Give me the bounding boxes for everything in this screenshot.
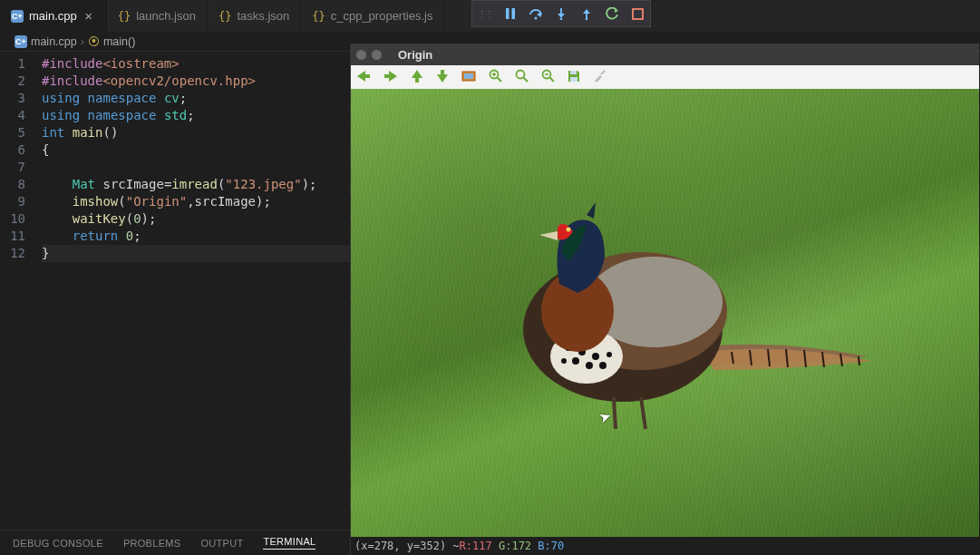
pixel-r-value: R:117 <box>460 540 492 552</box>
tab-main-cpp[interactable]: C+ main.cpp × <box>0 0 107 32</box>
pixel-b-value: B:70 <box>538 540 564 552</box>
image-window: Origin <box>350 44 979 555</box>
svg-marker-18 <box>437 74 448 83</box>
symbol-method-icon: ⦿ <box>88 34 100 48</box>
svg-point-3 <box>535 17 538 20</box>
svg-point-52 <box>561 358 567 364</box>
brush-icon[interactable] <box>593 70 606 85</box>
line-number: 12 <box>0 245 25 262</box>
svg-rect-0 <box>506 8 509 19</box>
svg-point-49 <box>572 357 579 365</box>
panel-tab-terminal[interactable]: TERMINAL <box>263 536 315 550</box>
step-into-icon[interactable] <box>554 6 568 21</box>
line-number-gutter: 1 2 3 4 5 6 7 8 9 10 11 12 <box>0 55 42 530</box>
image-toolbar <box>351 65 979 89</box>
cursor-position: (x=278, y=352) ~ <box>354 540 460 552</box>
svg-marker-14 <box>389 71 397 82</box>
line-number: 10 <box>0 210 25 228</box>
svg-line-41 <box>859 356 859 365</box>
arrow-right-icon[interactable] <box>383 70 398 85</box>
cpp-file-icon: C+ <box>15 35 27 48</box>
svg-line-23 <box>498 78 502 83</box>
svg-point-55 <box>567 228 571 232</box>
tab-label: main.cpp <box>29 9 77 23</box>
svg-rect-31 <box>570 71 577 74</box>
svg-rect-11 <box>633 9 643 19</box>
svg-rect-15 <box>384 74 390 78</box>
line-number: 3 <box>0 90 25 107</box>
line-number: 5 <box>0 124 25 141</box>
tab-cpp-properties[interactable]: {} c_cpp_properties.js <box>301 0 444 32</box>
json-file-icon: {} <box>218 10 231 23</box>
svg-rect-32 <box>570 77 577 82</box>
svg-line-57 <box>641 397 645 429</box>
image-window-title: Origin <box>398 48 432 62</box>
close-icon[interactable]: × <box>82 10 95 23</box>
svg-point-6 <box>560 18 563 20</box>
line-number: 1 <box>0 55 25 73</box>
chevron-right-icon: › <box>81 35 84 48</box>
svg-point-53 <box>606 352 612 357</box>
arrow-down-icon[interactable] <box>436 69 449 86</box>
svg-rect-17 <box>415 77 419 83</box>
svg-rect-13 <box>364 74 370 78</box>
line-number: 11 <box>0 228 25 245</box>
svg-marker-2 <box>537 12 541 17</box>
line-number: 2 <box>0 73 25 90</box>
tab-label: launch.json <box>136 9 196 23</box>
tab-label: c_cpp_properties.js <box>331 9 433 23</box>
breadcrumb-symbol[interactable]: main() <box>103 35 135 48</box>
line-number: 8 <box>0 176 25 193</box>
panel-tab-output[interactable]: OUTPUT <box>200 538 243 549</box>
panel-tab-debug-console[interactable]: DEBUG CONSOLE <box>13 538 103 549</box>
pause-icon[interactable] <box>503 6 518 21</box>
tab-tasks-json[interactable]: {} tasks.json <box>208 0 301 32</box>
line-number: 4 <box>0 107 25 124</box>
zoom-out-icon[interactable] <box>541 69 555 85</box>
zoom-in-icon[interactable] <box>489 69 502 85</box>
close-window-icon[interactable] <box>356 50 366 60</box>
save-icon[interactable] <box>568 70 580 85</box>
line-number: 7 <box>0 159 25 176</box>
image-canvas[interactable]: ➤ <box>351 89 979 537</box>
step-out-icon[interactable] <box>579 6 594 21</box>
svg-marker-8 <box>583 9 590 14</box>
json-file-icon: {} <box>118 10 131 23</box>
restart-icon[interactable] <box>605 6 619 21</box>
svg-marker-5 <box>558 14 565 18</box>
debug-toolbar[interactable]: ⋮⋮ <box>471 0 651 27</box>
svg-marker-16 <box>412 70 422 78</box>
svg-line-33 <box>601 71 605 74</box>
zoom-reset-icon[interactable] <box>515 69 529 85</box>
arrow-up-icon[interactable] <box>411 69 423 86</box>
svg-line-27 <box>524 78 529 83</box>
svg-rect-1 <box>512 8 516 19</box>
cpp-file-icon: C+ <box>11 10 24 23</box>
step-over-icon[interactable] <box>529 6 543 21</box>
line-number: 6 <box>0 141 25 159</box>
svg-point-9 <box>586 18 588 20</box>
pixel-g-value: G:172 <box>499 540 531 552</box>
svg-marker-12 <box>357 71 365 82</box>
arrow-left-icon[interactable] <box>356 70 371 85</box>
svg-point-51 <box>599 362 606 369</box>
minimize-window-icon[interactable] <box>372 50 382 60</box>
image-status-bar: (x=278, y=352) ~ R:117 G:172 B:70 <box>351 537 979 555</box>
tab-launch-json[interactable]: {} launch.json <box>107 0 208 32</box>
stop-icon[interactable] <box>630 6 645 21</box>
json-file-icon: {} <box>312 10 325 23</box>
bird-illustration <box>460 175 877 447</box>
svg-line-56 <box>614 397 616 429</box>
breadcrumb-file[interactable]: main.cpp <box>31 35 77 48</box>
panel-tab-bar: DEBUG CONSOLE PROBLEMS OUTPUT TERMINAL <box>0 530 350 555</box>
svg-point-26 <box>517 71 525 79</box>
tab-label: tasks.json <box>237 9 289 23</box>
image-window-titlebar[interactable]: Origin <box>351 44 979 65</box>
rectangle-icon[interactable] <box>461 70 476 85</box>
drag-grip-icon[interactable]: ⋮⋮ <box>478 9 492 19</box>
panel-tab-problems[interactable]: PROBLEMS <box>123 538 181 549</box>
svg-rect-19 <box>441 70 444 75</box>
svg-line-29 <box>550 78 555 83</box>
svg-point-50 <box>586 362 593 369</box>
svg-point-48 <box>592 353 599 360</box>
